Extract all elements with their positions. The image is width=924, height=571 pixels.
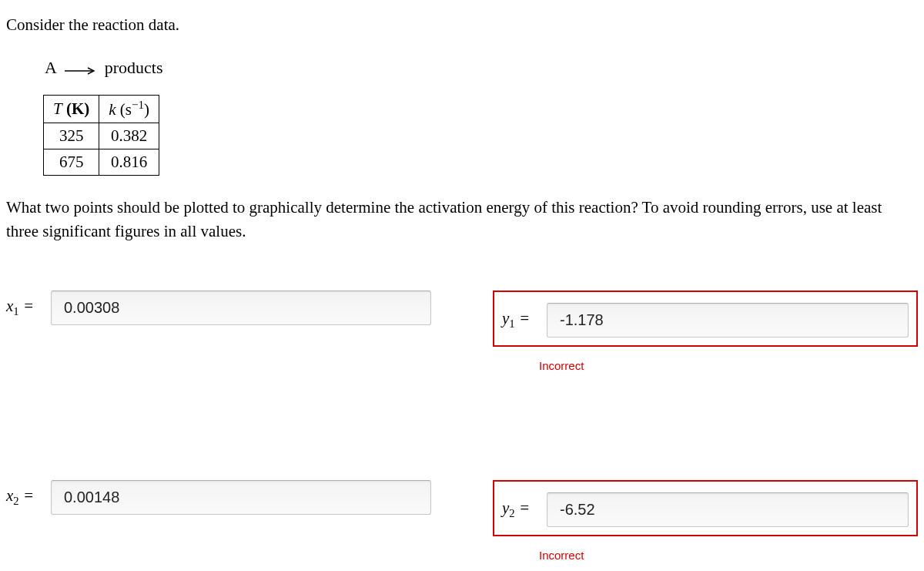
y2-input[interactable] [547, 492, 909, 527]
header-var-T: T [53, 99, 62, 118]
reaction-equation: A products [45, 58, 918, 79]
table-header-rate-constant: k (s−1) [99, 95, 159, 123]
reaction-data-table: T (K) k (s−1) 325 0.382 675 0.816 [43, 95, 159, 176]
x2-sub: 2 [13, 495, 18, 508]
y2-label: y2 = [502, 499, 536, 520]
header-unit-s-close: ) [144, 100, 149, 119]
y1-var: y [502, 309, 509, 327]
header-unit-s-exp: −1 [132, 99, 144, 111]
reaction-lhs: A [45, 58, 56, 77]
y2-sub: 2 [509, 508, 514, 520]
x1-var: x [6, 297, 13, 315]
intro-text: Consider the reaction data. [6, 15, 918, 35]
y1-label: y1 = [502, 309, 536, 331]
y1-group: y1 = [502, 303, 909, 338]
cell-k1: 0.382 [99, 123, 159, 149]
y2-col: y2 = Incorrect [493, 480, 918, 562]
cell-k2: 0.816 [99, 149, 159, 175]
x2-group: x2 = [6, 480, 431, 515]
table-row: 325 0.382 [44, 123, 159, 149]
y1-col: y1 = Incorrect [493, 291, 918, 372]
y1-eq: = [515, 309, 530, 327]
y1-incorrect-box: y1 = [493, 291, 918, 347]
x1-group: x1 = [6, 291, 431, 325]
reaction-rhs: products [105, 58, 163, 77]
y1-feedback: Incorrect [539, 359, 918, 372]
x2-eq: = [19, 486, 34, 505]
question-text: What two points should be plotted to gra… [6, 196, 918, 244]
x1-label: x1 = [6, 297, 40, 318]
table-row: 675 0.816 [44, 149, 159, 175]
x1-input[interactable] [51, 291, 431, 325]
y2-group: y2 = [502, 492, 909, 527]
y2-incorrect-box: y2 = [493, 480, 918, 536]
header-unit-K: (K) [62, 99, 90, 118]
arrow-icon [65, 59, 95, 79]
header-unit-s-open: (s [116, 100, 132, 119]
y1-input[interactable] [547, 303, 909, 338]
x2-var: x [6, 486, 13, 505]
y2-var: y [502, 499, 509, 517]
y1-sub: 1 [509, 318, 514, 331]
x1-sub: 1 [13, 306, 18, 318]
answers-section: x1 = y1 = Incorrect x2 = y2 = [6, 291, 918, 562]
cell-t1: 325 [44, 123, 99, 149]
y2-eq: = [515, 499, 530, 517]
header-var-k: k [109, 100, 116, 119]
x1-eq: = [19, 297, 34, 315]
answer-row-1: x1 = y1 = Incorrect [6, 291, 918, 372]
answer-row-2: x2 = y2 = Incorrect [6, 480, 918, 562]
table-header-temperature: T (K) [44, 95, 99, 123]
x2-input[interactable] [51, 480, 431, 515]
y2-feedback: Incorrect [539, 549, 918, 562]
cell-t2: 675 [44, 149, 99, 175]
x2-label: x2 = [6, 486, 40, 508]
